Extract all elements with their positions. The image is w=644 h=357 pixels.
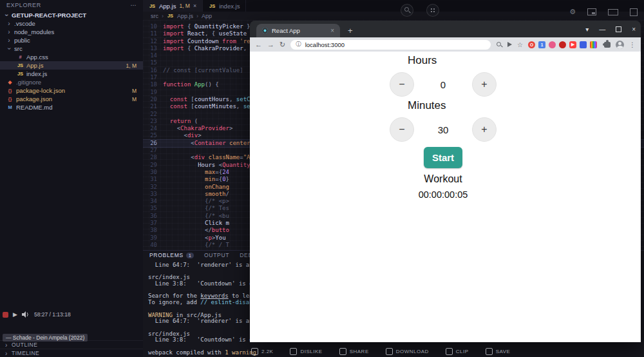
js-icon: JS — [149, 3, 156, 9]
tree-item-package-lock-json[interactable]: {}package-lock.jsonM — [0, 86, 143, 95]
forward-button[interactable]: → — [267, 41, 274, 48]
project-root[interactable]: › GETUP-REACT-PROJECT — [0, 10, 143, 19]
browser-menu-icon[interactable]: ⋮ — [629, 41, 636, 48]
back-button[interactable]: ← — [255, 41, 262, 48]
line-number: 15 — [143, 59, 157, 66]
tree-item-app-js[interactable]: JSApp.js1, M — [0, 61, 143, 70]
ext-dark-red-icon[interactable] — [559, 41, 566, 48]
close-icon[interactable]: × — [330, 27, 334, 34]
tree-item-gitignore[interactable]: ◆.gitignore — [0, 78, 143, 86]
breadcrumb-file[interactable]: App.js — [177, 13, 193, 19]
search-icon[interactable] — [496, 41, 502, 48]
line-number: 14 — [143, 52, 157, 59]
ext-pink-icon[interactable] — [549, 41, 556, 48]
tree-item-readme-md[interactable]: MREADME.md — [0, 103, 143, 111]
save-icon — [486, 348, 493, 355]
git-badge: 1, M — [126, 63, 137, 69]
start-button[interactable]: Start — [424, 147, 462, 168]
video-action-share[interactable]: SHARE — [339, 348, 369, 355]
ext-video-icon[interactable]: ▶ — [569, 41, 576, 48]
browser-titlebar: React App × + ▾ — × — [250, 21, 641, 37]
ext-stripes-icon[interactable] — [590, 41, 597, 48]
chevron-down-icon: › — [6, 46, 13, 52]
video-action-label: CLIP — [456, 349, 469, 354]
tree-item-node-modules[interactable]: ›node_modules — [0, 28, 143, 36]
panel-text: WARNING — [148, 312, 173, 318]
more-actions-icon[interactable]: ⋯ — [130, 2, 137, 8]
file-label: README.md — [16, 104, 52, 111]
code-token: "A — [243, 154, 251, 161]
close-button[interactable]: × — [632, 26, 636, 33]
code-token: import — [163, 30, 184, 37]
ext-blue-1-icon[interactable]: 1 — [538, 41, 545, 48]
clip-icon — [446, 348, 453, 355]
breadcrumb-symbol[interactable]: App — [202, 13, 212, 19]
tree-item-index-js[interactable]: JSindex.js — [0, 70, 143, 78]
address-bar[interactable]: ⓘ localhost:3000 — [290, 40, 491, 50]
code-token: React — [184, 30, 205, 37]
tab-label: index.js — [219, 3, 240, 10]
maximize-button[interactable] — [616, 26, 621, 32]
tree-item-public[interactable]: ›public — [0, 36, 143, 44]
bookmark-star-icon[interactable]: ☆ — [517, 41, 523, 48]
tree-item-src[interactable]: ›src — [0, 44, 143, 53]
video-action-dislike[interactable]: DISLIKE — [290, 348, 322, 355]
play-icon[interactable]: ▶ — [13, 311, 17, 318]
ext-red-o-icon[interactable]: O — [528, 41, 535, 48]
video-action-download[interactable]: DOWNLOAD — [386, 348, 429, 355]
hours-decrement-button[interactable]: − — [390, 72, 414, 97]
panel-tab-label: PROBLEMS — [149, 252, 184, 258]
code-token: [ — [187, 96, 194, 103]
line-number: 18 — [143, 81, 157, 88]
countdown-timer: 00:00:00:05 — [390, 189, 497, 200]
react-favicon-icon — [262, 28, 268, 34]
code-token: smooth — [163, 191, 226, 198]
reload-button[interactable]: ↻ — [279, 41, 285, 49]
code-token: const — [170, 103, 187, 110]
miniplayer-icon[interactable] — [587, 8, 596, 15]
search-icon[interactable] — [401, 4, 413, 17]
browser-tab-react-app[interactable]: React App × — [256, 24, 340, 37]
volume-icon[interactable] — [22, 311, 30, 318]
code-token: div — [187, 132, 198, 139]
hours-increment-button[interactable]: + — [472, 72, 497, 97]
minimize-button[interactable]: — — [599, 26, 605, 33]
extensions-puzzle-icon[interactable] — [604, 42, 611, 48]
line-number: 29 — [143, 162, 157, 169]
timeline-section[interactable]: › TIMELINE — [0, 349, 143, 357]
tab-index-js[interactable]: JS index.js — [203, 0, 246, 12]
js-icon: JS — [17, 63, 24, 68]
tree-item-package-json[interactable]: {}package.jsonM — [0, 95, 143, 103]
minutes-increment-button[interactable]: + — [472, 117, 497, 142]
video-action-clip[interactable]: CLIP — [446, 348, 469, 355]
tab-output[interactable]: OUTPUT — [204, 252, 229, 258]
code-token: ChakraProvider — [194, 45, 243, 52]
close-icon[interactable]: × — [193, 3, 196, 9]
profile-avatar[interactable] — [616, 41, 624, 49]
line-number: 30 — [143, 169, 157, 176]
tree-item-vscode[interactable]: ›.vscode — [0, 19, 143, 28]
gear-icon[interactable]: ⚙ — [569, 8, 576, 16]
tab-search-icon[interactable]: ▾ — [585, 26, 589, 33]
tree-item-app-css[interactable]: #App.css — [0, 53, 143, 61]
file-label: .gitignore — [16, 79, 41, 86]
record-icon — [3, 312, 8, 318]
video-action-2-2k[interactable]: 2.2K — [251, 348, 273, 355]
panel-text: in — [173, 312, 187, 318]
tab-app-js[interactable]: JS App.js 1, M × — [143, 0, 203, 12]
video-action-save[interactable]: SAVE — [486, 348, 511, 355]
apps-icon[interactable] — [426, 4, 439, 17]
panel-tab-label: OUTPUT — [204, 252, 229, 258]
line-number: 13 — [143, 45, 157, 52]
fullscreen-icon[interactable] — [630, 8, 638, 16]
ext-navy-icon[interactable] — [580, 41, 587, 48]
line-number: 22 — [143, 111, 157, 118]
new-tab-button[interactable]: + — [348, 26, 353, 35]
hours-picker: − 0 + — [390, 72, 497, 97]
tab-problems[interactable]: PROBLEMS 1 — [149, 252, 194, 258]
breadcrumb-src[interactable]: src — [151, 13, 158, 19]
site-info-icon[interactable]: ⓘ — [296, 41, 301, 48]
minutes-decrement-button[interactable]: − — [390, 117, 414, 142]
theater-mode-icon[interactable] — [608, 9, 618, 15]
send-icon[interactable] — [507, 42, 512, 47]
